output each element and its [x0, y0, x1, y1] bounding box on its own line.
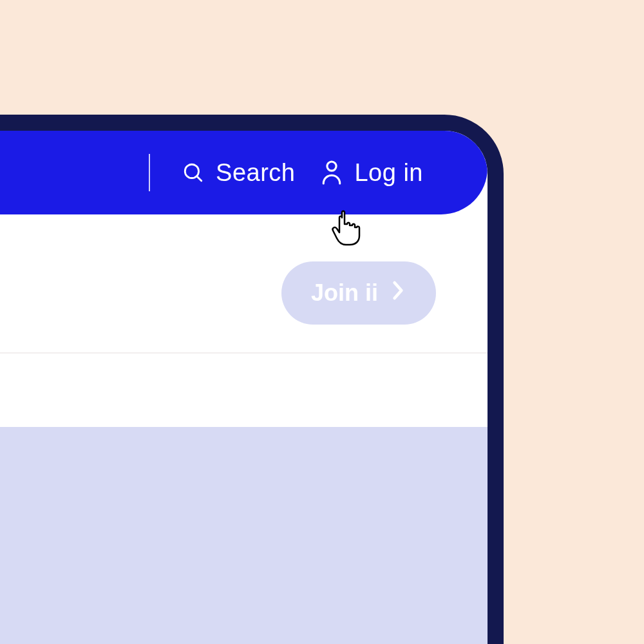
login-button[interactable]: Log in [321, 159, 423, 187]
search-icon [182, 162, 204, 184]
divider [149, 154, 150, 191]
join-button[interactable]: Join ii [281, 261, 436, 325]
chevron-right-icon [390, 279, 406, 307]
spacer [0, 355, 488, 427]
cta-row: Join ii [0, 234, 488, 354]
content-panel [0, 427, 488, 644]
search-button[interactable]: Search [182, 159, 295, 187]
svg-line-1 [197, 176, 202, 181]
topbar: Search Log in [0, 131, 488, 214]
search-label: Search [216, 159, 295, 187]
device-frame: Search Log in Join ii [0, 115, 504, 644]
login-label: Log in [354, 159, 423, 187]
svg-point-2 [327, 162, 336, 171]
user-icon [321, 160, 343, 185]
screen: Search Log in Join ii [0, 131, 488, 644]
join-label: Join ii [311, 279, 378, 307]
